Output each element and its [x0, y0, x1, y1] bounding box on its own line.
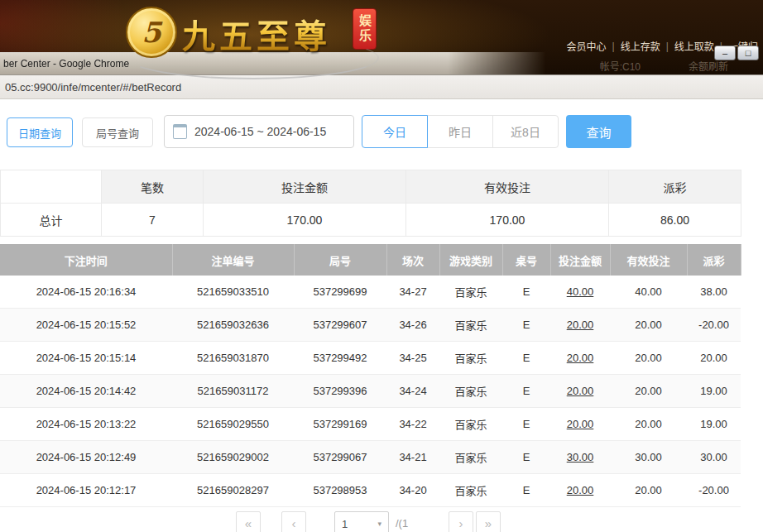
- cell-valid-bet: 40.00: [610, 276, 687, 309]
- cell-payout: 38.00: [687, 276, 741, 309]
- cell-table-no: E: [502, 342, 550, 375]
- cell-time: 2024-06-15 20:13:22: [0, 408, 172, 441]
- table-row: 2024-06-15 20:12:17521659028297537298953…: [0, 474, 741, 507]
- table-row: 2024-06-15 20:14:42521659031172537299396…: [0, 375, 741, 408]
- minimize-button[interactable]: –: [714, 46, 736, 60]
- search-button[interactable]: 查询: [566, 115, 631, 148]
- tab-round-query[interactable]: 局号查询: [82, 117, 153, 147]
- site-name: 九五至尊: [182, 10, 331, 58]
- cell-bet-amount[interactable]: 30.00: [550, 441, 610, 474]
- cell-game-type: 百家乐: [439, 408, 502, 441]
- cell-payout: 20.00: [687, 342, 741, 375]
- cell-payout: -20.00: [687, 474, 741, 507]
- summary-header-blank: [1, 170, 102, 204]
- account-info: 帐号:C10 余额刷新: [600, 59, 728, 73]
- cell-round-no: 537299492: [294, 342, 386, 375]
- cell-round-no: 537299169: [294, 408, 386, 441]
- nav-member-center[interactable]: 会员中心: [567, 39, 607, 53]
- summary-header-valid-bet: 有效投注: [406, 170, 609, 204]
- next-page-button[interactable]: ›: [449, 511, 473, 532]
- col-header-payout: 派彩: [687, 244, 741, 276]
- cell-round-no: 537299699: [294, 276, 386, 309]
- cell-table-no: E: [502, 276, 550, 309]
- cell-table-no: E: [502, 309, 550, 342]
- quick-yesterday-button[interactable]: 昨日: [427, 115, 493, 148]
- window-controls: – □: [714, 46, 759, 60]
- maximize-button[interactable]: □: [737, 46, 759, 60]
- site-logo: 5 九五至尊 娱乐: [122, 2, 404, 79]
- quick-today-button[interactable]: 今日: [362, 115, 428, 148]
- cell-bet-amount[interactable]: 20.00: [550, 375, 610, 408]
- quick-last8days-button[interactable]: 近8日: [492, 115, 559, 148]
- cell-game-type: 百家乐: [439, 342, 502, 375]
- table-row: 2024-06-15 20:16:34521659033510537299699…: [0, 276, 741, 309]
- prev-page-button[interactable]: ‹: [281, 511, 306, 532]
- nav-withdraw[interactable]: 线上取款: [674, 39, 714, 53]
- cell-game-type: 百家乐: [439, 441, 502, 474]
- first-page-button[interactable]: «: [236, 511, 261, 532]
- nav-deposit[interactable]: 线上存款: [621, 39, 660, 53]
- tab-date-query[interactable]: 日期查询: [7, 117, 73, 147]
- cell-bet-amount[interactable]: 20.00: [550, 309, 610, 342]
- summary-table: 笔数 投注金额 有效投注 派彩 总计 7 170.00 170.00 86.00: [0, 170, 741, 237]
- cell-payout: -20.00: [687, 309, 741, 342]
- col-header-session: 场次: [386, 244, 439, 276]
- bet-records-table: 下注时间 注单编号 局号 场次 游戏类别 桌号 投注金额 有效投注 派彩 202…: [0, 244, 741, 507]
- date-range-picker[interactable]: 2024-06-15 ~ 2024-06-15: [164, 115, 354, 148]
- page-number-select[interactable]: 1 ▾: [334, 511, 389, 532]
- cell-payout: 30.00: [687, 441, 741, 474]
- caret-down-icon: ▾: [377, 520, 382, 528]
- summary-header-row: 笔数 投注金额 有效投注 派彩: [1, 170, 741, 204]
- summary-bet-amount: 170.00: [204, 204, 406, 237]
- nav-separator: |: [666, 41, 669, 52]
- cell-bet-amount[interactable]: 20.00: [550, 408, 610, 441]
- cell-valid-bet: 20.00: [610, 309, 687, 342]
- balance-refresh: 余额刷新: [689, 59, 728, 73]
- cell-bet-amount[interactable]: 20.00: [550, 342, 610, 375]
- cell-bet-amount[interactable]: 20.00: [550, 474, 610, 507]
- col-header-valid-bet: 有效投注: [610, 244, 687, 276]
- cell-order-no: 521659031172: [172, 375, 294, 408]
- cell-game-type: 百家乐: [439, 474, 502, 507]
- bet-table-body: 2024-06-15 20:16:34521659033510537299699…: [0, 276, 741, 507]
- cell-order-no: 521659031870: [172, 342, 294, 375]
- cell-valid-bet: 20.00: [610, 342, 687, 375]
- col-header-game-type: 游戏类别: [439, 244, 502, 276]
- bet-record-page: 日期查询 局号查询 2024-06-15 ~ 2024-06-15 今日 昨日 …: [0, 99, 763, 532]
- cell-table-no: E: [502, 375, 550, 408]
- cell-order-no: 521659029002: [172, 441, 294, 474]
- cell-table-no: E: [502, 474, 550, 507]
- cell-time: 2024-06-15 20:12:49: [0, 441, 172, 474]
- url-text: 05.cc:9900/infe/mcenter/#/betRecord: [0, 81, 181, 93]
- page-total-text: /(1: [396, 517, 408, 530]
- table-row: 2024-06-15 20:13:22521659029550537299169…: [0, 408, 741, 441]
- coin-logo-icon: 5: [126, 7, 177, 58]
- summary-header-payout: 派彩: [609, 170, 741, 204]
- cell-order-no: 521659029550: [172, 408, 294, 441]
- cell-session: 34-25: [386, 342, 439, 375]
- bet-table-header-row: 下注时间 注单编号 局号 场次 游戏类别 桌号 投注金额 有效投注 派彩: [0, 244, 741, 276]
- cell-game-type: 百家乐: [439, 375, 502, 408]
- table-row: 2024-06-15 20:15:52521659032636537299607…: [0, 309, 741, 342]
- col-header-round-no: 局号: [294, 244, 386, 276]
- summary-total-row: 总计 7 170.00 170.00 86.00: [1, 204, 741, 237]
- cell-session: 34-21: [386, 441, 439, 474]
- cell-valid-bet: 20.00: [610, 375, 687, 408]
- entertainment-badge: 娱乐: [353, 8, 377, 50]
- cell-table-no: E: [502, 408, 550, 441]
- quick-range-group: 今日 昨日 近8日: [362, 115, 559, 148]
- cell-order-no: 521659033510: [172, 276, 294, 309]
- cell-time: 2024-06-15 20:14:42: [0, 375, 172, 408]
- cell-payout: 19.00: [687, 408, 741, 441]
- cell-time: 2024-06-15 20:15:14: [0, 342, 172, 375]
- cell-time: 2024-06-15 20:15:52: [0, 309, 172, 342]
- cell-valid-bet: 20.00: [610, 408, 687, 441]
- last-page-button[interactable]: »: [476, 511, 501, 532]
- cell-time: 2024-06-15 20:12:17: [0, 474, 172, 507]
- cell-payout: 19.00: [687, 375, 741, 408]
- summary-valid-bet: 170.00: [406, 204, 609, 237]
- cell-bet-amount[interactable]: 40.00: [550, 276, 610, 309]
- cell-valid-bet: 30.00: [610, 441, 687, 474]
- pagination: « ‹ 1 ▾ /(1 › »: [0, 511, 763, 532]
- cell-session: 34-22: [386, 408, 439, 441]
